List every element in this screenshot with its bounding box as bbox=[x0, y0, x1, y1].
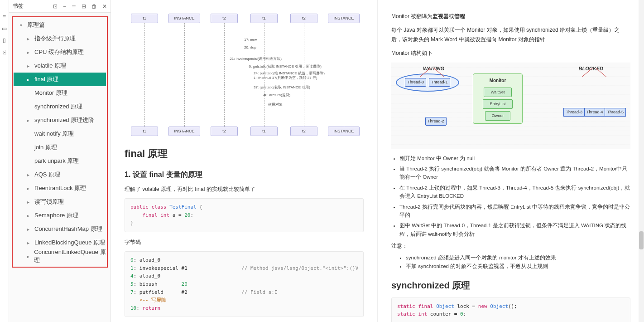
tree-icon[interactable]: ⊟ bbox=[82, 3, 86, 10]
expand-icon[interactable]: ⊡ bbox=[53, 3, 58, 10]
tree-label: Semaphore 原理 bbox=[34, 211, 78, 220]
pin-icon[interactable]: ⎘ bbox=[1, 49, 8, 55]
thread-box: Thread-4 bbox=[584, 108, 605, 117]
caret-icon bbox=[27, 213, 32, 218]
sync-heading: synchronized 原理 bbox=[391, 278, 630, 293]
tree-item[interactable]: 读写锁原理 bbox=[14, 195, 106, 209]
sidebar: 书签 ⊡ − ≣ ⊟ 🗑 ✕ 原理篇 指令级并行原理CPU 缓存结构原理vola… bbox=[9, 0, 111, 322]
tree-label: 原理篇 bbox=[27, 21, 45, 29]
content-area: t1t1INSTANCEINSTANCEt2t2t1t1t2t2INSTANCE… bbox=[111, 0, 644, 322]
list-item: 图中 WaitSet 中的 Thread-0，Thread-1 是之前获得过锁，… bbox=[399, 221, 630, 238]
caret-icon bbox=[27, 227, 32, 232]
caret-icon bbox=[27, 63, 32, 68]
seq-message: 使用对象 bbox=[268, 102, 283, 108]
tree-item[interactable]: 指令级并行原理 bbox=[14, 32, 106, 45]
tree-label: synchronized 原理 bbox=[34, 102, 82, 111]
menu-icon[interactable]: ≡ bbox=[1, 14, 8, 20]
caret-icon bbox=[27, 254, 31, 259]
tree-label: ReentrantLock 原理 bbox=[34, 184, 86, 192]
tree-label: 读写锁原理 bbox=[34, 198, 64, 206]
code-block: 0: aload_0 1: invokespecial #1 // Method… bbox=[125, 251, 364, 317]
thread-box: Thread-1 bbox=[429, 78, 450, 87]
doc-icon[interactable]: ▯ bbox=[1, 37, 8, 44]
tree-item[interactable]: park unpark 原理 bbox=[14, 154, 106, 168]
tree-item[interactable]: synchronized 原理进阶 bbox=[14, 113, 106, 127]
lane-box: t1 bbox=[131, 14, 158, 23]
trash-icon[interactable]: 🗑 bbox=[91, 3, 97, 10]
seq-message: 17: new bbox=[244, 37, 257, 43]
seq-message: 21: invokespecial(调用构造方法) bbox=[230, 56, 282, 62]
list-item: 当 Thread-2 执行 synchronized(obj) 就会将 Moni… bbox=[399, 165, 630, 181]
tree-item[interactable]: Semaphore 原理 bbox=[14, 209, 106, 222]
tree-label: Monitor 原理 bbox=[34, 89, 67, 97]
code-block: public class TestFinal { final int a = 2… bbox=[125, 198, 364, 232]
sidebar-tools: ⊡ − ≣ ⊟ 🗑 ✕ bbox=[53, 3, 107, 10]
seq-message: 40: areturn(返回) bbox=[263, 92, 290, 98]
lane-box: INSTANCE bbox=[328, 127, 360, 136]
waitset-ellipse: Thread-0 Thread-1 bbox=[396, 73, 459, 92]
tree-label: AQS 原理 bbox=[34, 171, 60, 179]
thread-box: Thread-0 bbox=[405, 78, 426, 87]
list-item: 不加 synchronized 的对象不会关联监视器，不遵从以上规则 bbox=[406, 262, 630, 271]
bookmark-tree[interactable]: 原理篇 指令级并行原理CPU 缓存结构原理volatile 原理final 原理… bbox=[9, 13, 111, 322]
paragraph: 理解了 volatile 原理，再对比 final 的实现就比较简单了 bbox=[125, 185, 364, 194]
tree-item[interactable]: ConcurrentLinkedQueue 原理 bbox=[14, 249, 106, 263]
tree-item[interactable]: volatile 原理 bbox=[14, 59, 106, 73]
lane-box: t2 bbox=[290, 127, 317, 136]
tree-label: join 原理 bbox=[34, 143, 57, 151]
lane-box: INSTANCE bbox=[328, 14, 360, 23]
page-icon[interactable]: ▭ bbox=[1, 25, 8, 32]
tree-label: park unpark 原理 bbox=[34, 157, 79, 165]
lane-box: INSTANCE bbox=[168, 14, 201, 23]
tree-item[interactable]: join 原理 bbox=[14, 141, 106, 154]
scrollbar[interactable] bbox=[639, 0, 644, 322]
list-icon[interactable]: ≣ bbox=[72, 3, 76, 10]
lane-box: t1 bbox=[250, 127, 278, 136]
collapse-icon[interactable]: − bbox=[63, 3, 66, 10]
tree-item[interactable]: ReentrantLock 原理 bbox=[14, 181, 106, 195]
section-heading: 1. 设置 final 变量的原理 bbox=[125, 168, 364, 181]
tree-item[interactable]: Monitor 原理 bbox=[14, 86, 106, 100]
tree-item[interactable]: CPU 缓存结构原理 bbox=[14, 45, 106, 59]
tree-item[interactable]: final 原理 bbox=[14, 73, 106, 86]
note-label: 注意： bbox=[391, 242, 630, 251]
close-icon[interactable]: ✕ bbox=[102, 3, 107, 10]
lane-box: t2 bbox=[211, 127, 238, 136]
article-title: final 原理 bbox=[125, 145, 364, 162]
list-item: Thread-2 执行完同步代码块的内容，然后唤醒 EntryList 中等待的… bbox=[399, 203, 630, 220]
tree-label: wait notify 原理 bbox=[34, 130, 74, 138]
code-block: static final Object lock = new Object();… bbox=[391, 298, 630, 322]
thread-box: Thread-5 bbox=[605, 108, 626, 117]
sequence-diagram: t1t1INSTANCEINSTANCEt2t2t1t1t2t2INSTANCE… bbox=[125, 14, 364, 136]
caret-icon bbox=[27, 186, 32, 191]
tree-label: synchronized 原理进阶 bbox=[34, 116, 94, 124]
lane-box: t1 bbox=[250, 14, 278, 23]
tree-item[interactable]: ConcurrentHashMap 原理 bbox=[14, 222, 106, 236]
tree-item[interactable]: AQS 原理 bbox=[14, 168, 106, 181]
seq-message: 20: dup bbox=[244, 44, 256, 51]
list-item: 刚开始 Monitor 中 Owner 为 null bbox=[399, 154, 630, 162]
tree-item[interactable]: synchronized 原理 bbox=[14, 100, 106, 113]
caret-icon bbox=[27, 200, 32, 205]
monitor-title: Monitor bbox=[490, 77, 506, 84]
thread-box: Thread-3 bbox=[563, 108, 584, 117]
scrollbar-thumb[interactable] bbox=[639, 231, 644, 249]
right-column: Monitor 被翻译为监视器或管程 每个 Java 对象都可以关联一个 Mon… bbox=[377, 0, 644, 322]
blocked-row: Thread-3 Thread-4 Thread-5 bbox=[563, 108, 626, 117]
bytecode-label: 字节码 bbox=[125, 238, 364, 247]
tree-item[interactable]: wait notify 原理 bbox=[14, 127, 106, 141]
tree-root[interactable]: 原理篇 bbox=[14, 18, 106, 32]
sidebar-header: 书签 ⊡ − ≣ ⊟ 🗑 ✕ bbox=[9, 0, 111, 13]
caret-icon bbox=[27, 50, 32, 55]
tree-label: final 原理 bbox=[34, 75, 58, 83]
caret-icon bbox=[27, 36, 32, 41]
lane-box: INSTANCE bbox=[168, 127, 201, 136]
highlight-box: 原理篇 指令级并行原理CPU 缓存结构原理volatile 原理final 原理… bbox=[12, 16, 108, 268]
owner-slot: Owner bbox=[485, 111, 511, 121]
lane-box: t2 bbox=[211, 14, 238, 23]
caret-icon bbox=[20, 23, 24, 28]
caret-icon bbox=[27, 172, 32, 177]
tree-item[interactable]: LinkedBlockingQueue 原理 bbox=[14, 236, 106, 249]
entrylist-slot: EntryList bbox=[483, 99, 512, 109]
lane-box: t1 bbox=[131, 127, 158, 136]
